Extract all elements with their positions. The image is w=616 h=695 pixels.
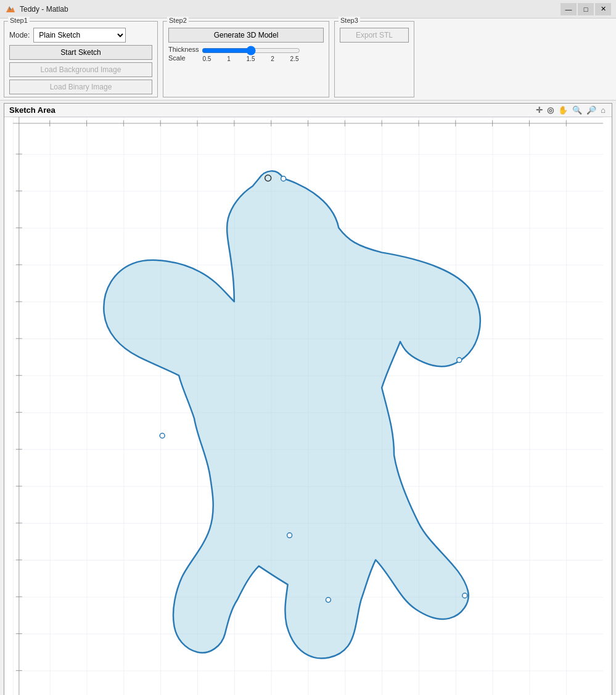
sketch-wrapper: Sketch Area ✛ ◎ ✋ 🔍 🔎 ⌂ (4, 103, 612, 695)
home-icon[interactable]: ⌂ (599, 105, 607, 115)
zoom-in-icon[interactable]: 🔍 (571, 105, 583, 115)
load-background-button[interactable]: Load Background Image (9, 62, 152, 77)
step1-label: Step1 (8, 17, 30, 24)
control-point-6[interactable] (326, 598, 331, 602)
zoom-out-icon[interactable]: 🔎 (585, 105, 598, 115)
step1-panel: Step1 Mode: Plain Sketch Background Imag… (4, 21, 158, 97)
maximize-button[interactable]: □ (578, 3, 594, 15)
mode-row: Mode: Plain Sketch Background Image Bina… (9, 28, 152, 43)
mode-select[interactable]: Plain Sketch Background Image Binary Ima… (33, 28, 126, 43)
generate-3d-button[interactable]: Generate 3D Model (168, 28, 324, 43)
sketch-area-label: Sketch Area (9, 105, 55, 115)
step2-panel: Step2 Generate 3D Model Thickness Scale … (163, 21, 329, 97)
hand-icon[interactable]: ✋ (557, 105, 569, 115)
sketch-header: Sketch Area ✛ ◎ ✋ 🔍 🔎 ⌂ (4, 104, 612, 117)
tick-05: 0.5 (203, 56, 211, 62)
title-bar-left: Teddy - Matlab (5, 4, 68, 15)
step2-label: Step2 (167, 17, 189, 24)
matlab-icon (5, 4, 16, 15)
thickness-slider[interactable] (202, 46, 300, 56)
tick-2: 2 (271, 56, 274, 62)
crosshair-icon[interactable]: ✛ (535, 105, 544, 115)
close-button[interactable]: ✕ (595, 3, 611, 15)
control-point-3[interactable] (457, 358, 462, 363)
control-point-7[interactable] (462, 593, 467, 598)
tick-25: 2.5 (290, 56, 299, 62)
control-point-2[interactable] (281, 176, 286, 181)
control-point-4[interactable] (160, 434, 165, 438)
sketch-icons: ✛ ◎ ✋ 🔍 🔎 ⌂ (535, 105, 607, 115)
slider-container: 0.5 1 1.5 2 2.5 (202, 46, 300, 62)
window-controls: — □ ✕ (561, 3, 611, 15)
thickness-label: Thickness (168, 45, 199, 54)
slider-scale: 0.5 1 1.5 2 2.5 (202, 56, 300, 62)
window-title: Teddy - Matlab (20, 5, 68, 14)
step3-panel: Step3 Export STL (334, 21, 414, 97)
main-content: Sketch Area ✛ ◎ ✋ 🔍 🔎 ⌂ (0, 101, 616, 695)
thickness-row: Thickness Scale 0.5 1 1.5 2 2.5 (168, 45, 324, 63)
title-bar: Teddy - Matlab — □ ✕ (0, 0, 616, 19)
minimize-button[interactable]: — (561, 3, 577, 15)
export-stl-button[interactable]: Export STL (340, 28, 409, 43)
tick-15: 1.5 (247, 56, 255, 62)
tick-1: 1 (227, 56, 231, 62)
load-binary-button[interactable]: Load Binary Image (9, 80, 152, 94)
mode-label: Mode: (9, 31, 30, 39)
toolbar: Step1 Mode: Plain Sketch Background Imag… (0, 19, 616, 101)
sketch-canvas[interactable] (4, 117, 612, 695)
start-sketch-button[interactable]: Start Sketch (9, 45, 152, 60)
target-icon[interactable]: ◎ (546, 105, 555, 115)
step3-label: Step3 (339, 17, 360, 24)
scale-label: Scale (168, 54, 199, 62)
control-point-5[interactable] (287, 533, 292, 538)
